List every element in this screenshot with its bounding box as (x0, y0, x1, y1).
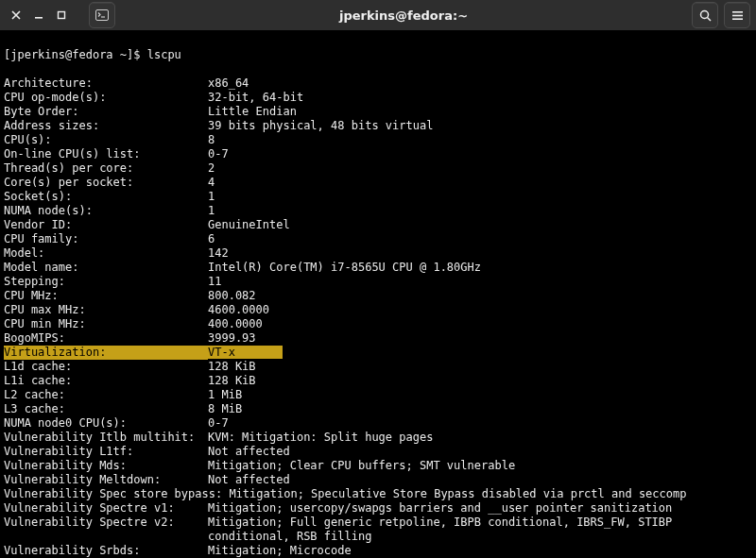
minimize-button[interactable] (28, 5, 49, 25)
field-key: Byte Order: (4, 105, 208, 119)
field-value: 142 (208, 246, 229, 260)
minimize-icon (34, 10, 43, 20)
field-key: CPU op-mode(s): (4, 91, 208, 105)
output-line-continuation: conditional, RSB filling (4, 530, 752, 544)
field-value: 1 (208, 204, 215, 217)
svg-rect-1 (59, 12, 65, 19)
field-value: x86_64 (208, 76, 249, 90)
terminal-icon (95, 9, 109, 21)
field-key: L1i cache: (4, 374, 208, 388)
field-key: Vulnerability Spectre v1: (4, 501, 208, 516)
field-value: Mitigation; Microcode (208, 544, 352, 557)
field-key: L1d cache: (4, 360, 208, 374)
field-key: CPU min MHz: (4, 317, 208, 331)
svg-point-4 (700, 10, 708, 18)
field-value: Not affected (208, 473, 290, 486)
terminal-content[interactable]: [jperkins@fedora ~]$ lscpu Architecture:… (0, 30, 756, 558)
window-controls (6, 5, 72, 25)
output-line: Thread(s) per core:2 (4, 161, 752, 176)
field-key: Model name: (4, 261, 208, 275)
field-key: Vulnerability Itlb multihit: (4, 431, 208, 445)
search-icon (699, 9, 712, 22)
output-line: NUMA node0 CPU(s):0-7 (4, 416, 752, 431)
field-key: Virtualization: (4, 346, 208, 360)
field-value: Mitigation; usercopy/swapgs barriers and… (208, 501, 672, 515)
svg-line-5 (707, 17, 711, 21)
svg-rect-8 (732, 18, 743, 20)
field-value: Mitigation; Full generic retpoline, IBPB… (208, 516, 672, 529)
field-value: 8 (208, 133, 215, 146)
hamburger-icon (731, 10, 744, 21)
close-button[interactable] (6, 5, 26, 25)
search-button[interactable] (692, 2, 718, 28)
field-value: Little Endian (208, 105, 297, 118)
field-value: 0-7 (208, 416, 229, 430)
field-value: 800.082 (208, 289, 256, 302)
field-value: Not affected (208, 445, 290, 458)
menu-button[interactable] (724, 2, 750, 28)
field-value: 128 KiB (208, 374, 256, 387)
new-tab-button[interactable] (89, 2, 115, 28)
window-titlebar: jperkins@fedora:~ (0, 0, 756, 30)
field-key: NUMA node0 CPU(s): (4, 416, 208, 431)
field-key: Model: (4, 246, 208, 261)
field-key: Address sizes: (4, 119, 208, 133)
field-key: CPU max MHz: (4, 303, 208, 317)
output-line: Core(s) per socket:4 (4, 176, 752, 190)
field-key: CPU MHz: (4, 289, 208, 303)
field-key: Vulnerability Mds: (4, 459, 208, 473)
output-line: Vendor ID:GenuineIntel (4, 218, 752, 232)
output-line: BogoMIPS:3999.93 (4, 331, 752, 346)
field-key: Vulnerability Srbds: (4, 544, 208, 558)
field-value: 39 bits physical, 48 bits virtual (208, 119, 433, 132)
field-key: Vulnerability Spectre v2: (4, 516, 208, 530)
svg-rect-7 (732, 14, 743, 16)
close-icon (11, 10, 21, 20)
field-value: Intel(R) Core(TM) i7-8565U CPU @ 1.80GHz (208, 261, 481, 274)
field-value: GenuineIntel (208, 218, 290, 231)
field-value: 4600.0000 (208, 303, 269, 316)
shell-prompt: [jperkins@fedora ~]$ (4, 48, 147, 61)
field-value: Mitigation; Speculative Store Bypass dis… (229, 487, 686, 500)
output-line: Vulnerability L1tf:Not affected (4, 445, 752, 459)
output-line: Model name:Intel(R) Core(TM) i7-8565U CP… (4, 261, 752, 275)
output-line: CPU family:6 (4, 232, 752, 246)
field-key: Core(s) per socket: (4, 176, 208, 190)
output-line: On-line CPU(s) list:0-7 (4, 147, 752, 161)
field-value: 1 (208, 190, 215, 203)
svg-rect-2 (96, 10, 109, 21)
field-value: 0-7 (208, 147, 229, 161)
field-value: 400.0000 (208, 317, 263, 330)
output-line: CPU min MHz:400.0000 (4, 317, 752, 331)
output-line: Virtualization:VT-x (4, 346, 752, 360)
field-key: Vulnerability Spec store bypass: (4, 487, 229, 500)
field-key: NUMA node(s): (4, 204, 208, 218)
output-line: Model:142 (4, 246, 752, 261)
output-line: Vulnerability Mds:Mitigation; Clear CPU … (4, 459, 752, 473)
output-line: Vulnerability Spectre v2:Mitigation; Ful… (4, 516, 752, 530)
prompt-line: [jperkins@fedora ~]$ lscpu (4, 48, 752, 62)
field-key: Thread(s) per core: (4, 161, 208, 176)
output-line: Vulnerability Itlb multihit:KVM: Mitigat… (4, 431, 752, 445)
field-value: 1 MiB (208, 388, 242, 401)
field-key: CPU family: (4, 232, 208, 246)
output-line: Vulnerability Spectre v1:Mitigation; use… (4, 501, 752, 516)
field-key: Vulnerability Meltdown: (4, 473, 208, 487)
output-line: L1i cache:128 KiB (4, 374, 752, 388)
output-line: CPU MHz:800.082 (4, 289, 752, 303)
field-key: L3 cache: (4, 402, 208, 416)
field-value: 11 (208, 275, 221, 288)
output-line: Byte Order:Little Endian (4, 105, 752, 119)
field-key: CPU(s): (4, 133, 208, 147)
output-line: Socket(s):1 (4, 190, 752, 204)
field-value: Mitigation; Clear CPU buffers; SMT vulne… (208, 459, 515, 472)
window-title: jperkins@fedora:~ (115, 8, 692, 23)
output-line: CPU(s):8 (4, 133, 752, 147)
output-line: Vulnerability Srbds:Mitigation; Microcod… (4, 544, 752, 558)
svg-rect-0 (35, 17, 43, 19)
field-value: 2 (208, 161, 215, 175)
maximize-button[interactable] (51, 5, 72, 25)
field-key: Socket(s): (4, 190, 208, 204)
output-line: Architecture:x86_64 (4, 76, 752, 91)
field-value: 128 KiB (208, 360, 256, 373)
